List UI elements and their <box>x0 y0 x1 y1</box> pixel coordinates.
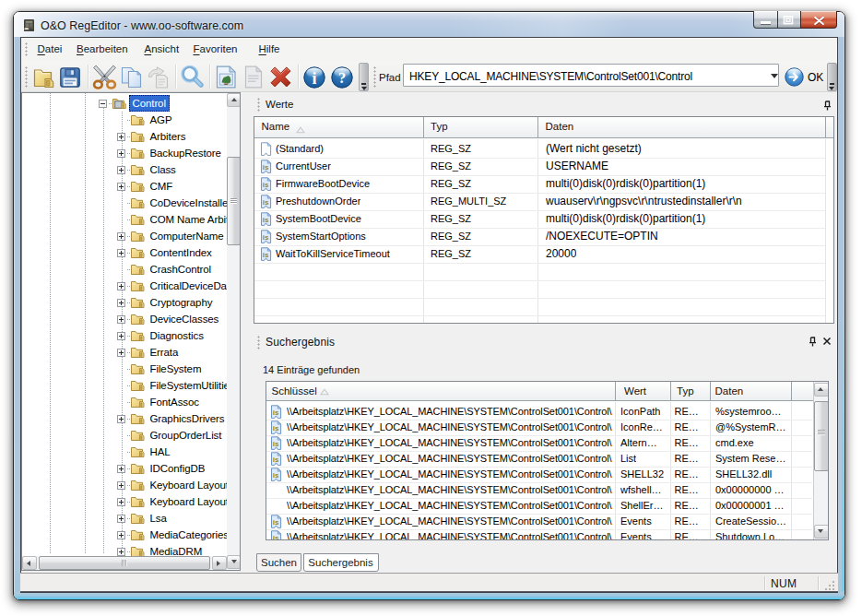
svg-text:is: is <box>272 455 278 463</box>
svg-text:is: is <box>272 533 278 540</box>
svg-text:is: is <box>272 439 278 447</box>
svg-text:is: is <box>272 408 278 416</box>
svg-text:is: is <box>262 180 268 188</box>
svg-text:is: is <box>272 423 278 432</box>
svg-text:is: is <box>262 232 268 241</box>
svg-text:?: ? <box>338 69 346 87</box>
svg-text:is: is <box>262 250 268 258</box>
svg-text:is: is <box>272 470 278 479</box>
svg-text:i: i <box>312 69 316 88</box>
svg-text:is: is <box>262 215 268 223</box>
svg-text:is: is <box>272 517 278 526</box>
svg-text:is: is <box>262 162 268 171</box>
svg-text:is: is <box>262 197 268 206</box>
